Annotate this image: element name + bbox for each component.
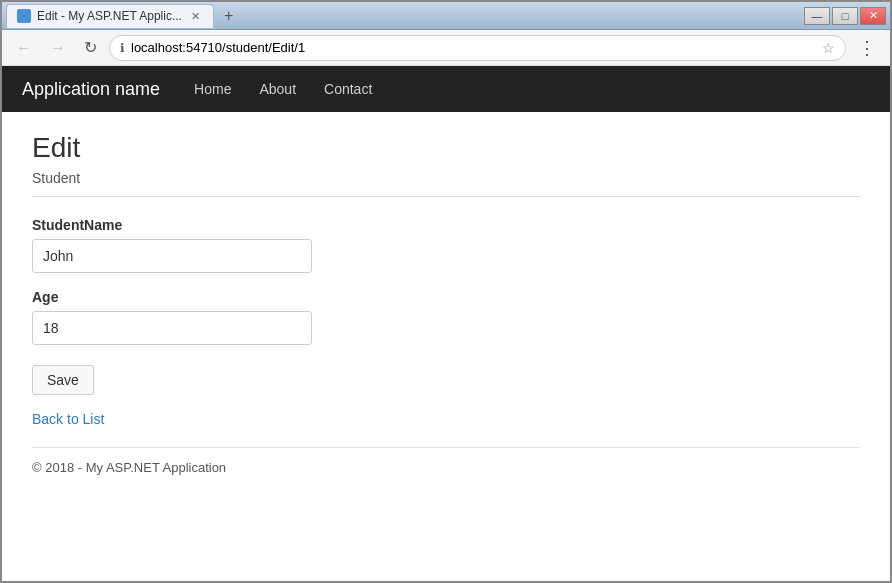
page-title: Edit [32, 132, 860, 164]
main-content: Edit Student StudentName Age Save Back t… [2, 112, 890, 495]
tab-close-button[interactable]: ✕ [188, 9, 203, 24]
minimize-button[interactable]: — [804, 7, 830, 25]
student-name-group: StudentName [32, 217, 860, 273]
address-bar-container: ℹ ☆ [109, 35, 846, 61]
student-name-label: StudentName [32, 217, 860, 233]
age-group: Age [32, 289, 860, 345]
nav-link-contact[interactable]: Contact [310, 66, 386, 112]
tab-favicon [17, 9, 31, 23]
nav-link-home[interactable]: Home [180, 66, 245, 112]
page-subtitle: Student [32, 170, 860, 186]
tab-title: Edit - My ASP.NET Applic... [37, 9, 182, 23]
refresh-button[interactable]: ↻ [78, 34, 103, 61]
browser-menu-button[interactable]: ⋮ [852, 33, 882, 63]
student-name-input[interactable] [32, 239, 312, 273]
save-button[interactable]: Save [32, 365, 94, 395]
new-tab-button[interactable]: + [218, 5, 239, 27]
age-input[interactable] [32, 311, 312, 345]
footer-text: © 2018 - My ASP.NET Application [32, 460, 860, 475]
navbar: Application name Home About Contact [2, 66, 890, 112]
footer-divider [32, 447, 860, 448]
maximize-button[interactable]: □ [832, 7, 858, 25]
address-bar[interactable] [131, 40, 816, 55]
titlebar-left: Edit - My ASP.NET Applic... ✕ + [6, 4, 239, 28]
window-titlebar: Edit - My ASP.NET Applic... ✕ + — □ ✕ [2, 2, 890, 30]
nav-link-about[interactable]: About [245, 66, 310, 112]
browser-toolbar: ← → ↻ ℹ ☆ ⋮ [2, 30, 890, 66]
window-controls: — □ ✕ [804, 7, 886, 25]
navbar-brand[interactable]: Application name [22, 79, 160, 100]
title-divider [32, 196, 860, 197]
browser-tab[interactable]: Edit - My ASP.NET Applic... ✕ [6, 4, 214, 28]
secure-icon: ℹ [120, 41, 125, 55]
forward-button[interactable]: → [44, 35, 72, 61]
age-label: Age [32, 289, 860, 305]
bookmark-icon[interactable]: ☆ [822, 40, 835, 56]
close-button[interactable]: ✕ [860, 7, 886, 25]
back-to-list-link[interactable]: Back to List [32, 411, 104, 427]
back-button[interactable]: ← [10, 35, 38, 61]
